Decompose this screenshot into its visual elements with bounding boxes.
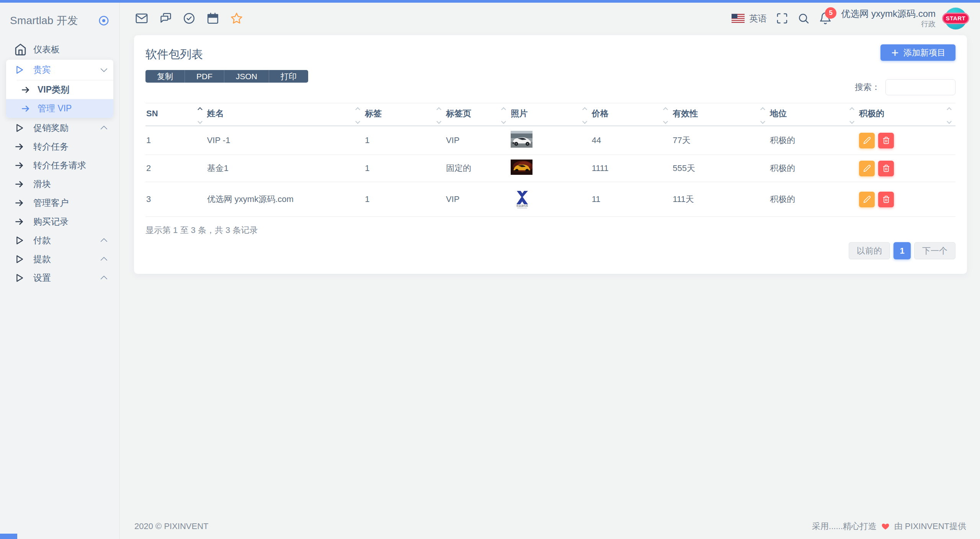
column-header-status[interactable]: 地位 bbox=[769, 103, 858, 126]
copy-button[interactable]: 复制 bbox=[145, 70, 185, 83]
cell-sn: 1 bbox=[145, 126, 206, 155]
cell-tag: 1 bbox=[364, 182, 445, 217]
maximize-icon[interactable] bbox=[776, 12, 788, 24]
notifications-bell[interactable]: 5 bbox=[819, 12, 832, 25]
json-button[interactable]: JSON bbox=[224, 70, 269, 83]
play-icon bbox=[14, 235, 33, 246]
sidebar-item-manage-customers[interactable]: 管理客户 bbox=[6, 194, 113, 212]
delete-button[interactable] bbox=[878, 192, 894, 207]
cell-price: 1111 bbox=[591, 155, 672, 182]
home-icon bbox=[14, 43, 33, 56]
pdf-button[interactable]: PDF bbox=[185, 70, 224, 83]
sidebar-item-dashboard[interactable]: 仪表板 bbox=[6, 40, 113, 59]
table-row: 3 优选网 yxymk源码.com 1 VIP 优选源码库 11 111天 积极… bbox=[145, 182, 956, 217]
sidebar-item-manage-vip[interactable]: 管理 VIP bbox=[6, 99, 113, 118]
sort-icons bbox=[198, 108, 202, 123]
column-header-validity[interactable]: 有效性 bbox=[672, 103, 769, 126]
search-icon[interactable] bbox=[797, 12, 810, 24]
provided-by-text: 由 PIXINVENT提供 bbox=[894, 521, 966, 532]
sidebar-item-label: 仪表板 bbox=[33, 44, 109, 55]
column-header-sn[interactable]: SN bbox=[145, 103, 206, 126]
column-header-actions[interactable]: 积极的 bbox=[858, 103, 956, 126]
language-switcher[interactable]: 英语 bbox=[732, 13, 767, 24]
column-header-photo[interactable]: 照片 bbox=[510, 103, 591, 126]
print-button[interactable]: 打印 bbox=[269, 70, 308, 83]
arrow-right-icon bbox=[21, 85, 38, 95]
arrow-right-icon bbox=[14, 198, 33, 208]
chevron-up-icon bbox=[100, 125, 107, 132]
sidebar-item-label: 管理 VIP bbox=[38, 103, 109, 114]
chevron-up-icon bbox=[100, 275, 107, 282]
edit-button[interactable] bbox=[859, 192, 875, 207]
sort-icons bbox=[664, 108, 667, 123]
play-icon bbox=[14, 123, 33, 133]
delete-button[interactable] bbox=[878, 133, 894, 148]
cell-status: 积极的 bbox=[769, 126, 858, 155]
sidebar-item-purchase-records[interactable]: 购买记录 bbox=[6, 212, 113, 231]
sort-icons bbox=[502, 108, 505, 123]
check-circle-icon[interactable] bbox=[183, 12, 196, 25]
search-input[interactable] bbox=[885, 79, 956, 95]
calendar-icon[interactable] bbox=[206, 12, 219, 25]
search-label: 搜索： bbox=[855, 81, 880, 93]
disc-icon[interactable] bbox=[98, 15, 109, 26]
page-content: 软件包列表 复制 PDF JSON 打印 添加新项目 搜索： bbox=[120, 34, 980, 274]
sidebar-item-referral-task-requests[interactable]: 转介任务请求 bbox=[6, 156, 113, 175]
column-header-name[interactable]: 姓名 bbox=[206, 103, 364, 126]
sidebar-item-referral-tasks[interactable]: 转介任务 bbox=[6, 137, 113, 156]
sidebar-item-label: VIP类别 bbox=[38, 84, 109, 96]
mail-icon[interactable] bbox=[135, 12, 148, 25]
page-title: 软件包列表 bbox=[145, 47, 308, 62]
footer-credit: 采用......精心打造 由 PIXINVENT提供 bbox=[812, 521, 966, 532]
arrow-right-icon bbox=[14, 179, 33, 189]
sidebar-item-vip-category[interactable]: VIP类别 bbox=[6, 80, 113, 99]
cell-tab: 固定的 bbox=[445, 155, 510, 182]
svg-text:优选源码库: 优选源码库 bbox=[516, 204, 528, 207]
play-icon bbox=[14, 273, 33, 283]
sidebar-item-slider[interactable]: 滑块 bbox=[6, 175, 113, 194]
language-label: 英语 bbox=[749, 13, 767, 24]
main-column: 英语 5 优选网 yxymk源码.com 行政 START bbox=[120, 0, 980, 539]
add-new-item-button[interactable]: 添加新项目 bbox=[880, 44, 956, 61]
cell-tag: 1 bbox=[364, 155, 445, 182]
cell-photo bbox=[510, 126, 591, 155]
yellow-car-photo bbox=[511, 160, 532, 175]
user-menu[interactable]: 优选网 yxymk源码.com 行政 bbox=[841, 8, 936, 29]
page-1-button[interactable]: 1 bbox=[893, 242, 911, 259]
avatar[interactable]: START bbox=[945, 8, 967, 29]
export-button-group: 复制 PDF JSON 打印 bbox=[145, 70, 308, 83]
previous-page-button[interactable]: 以前的 bbox=[849, 242, 890, 259]
column-header-tag[interactable]: 标签 bbox=[364, 103, 445, 126]
cell-validity: 111天 bbox=[672, 182, 769, 217]
header-right: 英语 5 优选网 yxymk源码.com 行政 START bbox=[732, 8, 967, 29]
next-page-button[interactable]: 下一个 bbox=[914, 242, 956, 259]
cell-sn: 3 bbox=[145, 182, 206, 217]
cell-name: 基金1 bbox=[206, 155, 364, 182]
column-header-price[interactable]: 价格 bbox=[591, 103, 672, 126]
sidebar-item-withdrawals[interactable]: 提款 bbox=[6, 250, 113, 269]
sidebar-item-label: 付款 bbox=[33, 234, 101, 246]
cell-price: 11 bbox=[591, 182, 672, 217]
package-list-card: 软件包列表 复制 PDF JSON 打印 添加新项目 搜索： bbox=[134, 35, 967, 274]
white-car-photo bbox=[511, 131, 532, 148]
sort-icons bbox=[947, 108, 951, 123]
delete-button[interactable] bbox=[878, 161, 894, 176]
sidebar-item-payments[interactable]: 付款 bbox=[6, 231, 113, 250]
column-header-tab[interactable]: 标签页 bbox=[445, 103, 510, 126]
star-icon[interactable] bbox=[230, 12, 243, 25]
pencil-icon bbox=[863, 137, 871, 144]
edit-button[interactable] bbox=[859, 161, 875, 176]
cell-tab: VIP bbox=[445, 126, 510, 155]
cell-price: 44 bbox=[591, 126, 672, 155]
sidebar-item-vip[interactable]: 贵宾 bbox=[6, 60, 113, 80]
page-footer: 2020 © PIXINVENT 采用......精心打造 由 PIXINVEN… bbox=[120, 521, 980, 539]
sidebar-item-promo-rewards[interactable]: 促销奖励 bbox=[6, 119, 113, 137]
arrow-right-icon bbox=[14, 217, 33, 227]
card-toolbar-left: 软件包列表 复制 PDF JSON 打印 bbox=[145, 44, 308, 95]
top-accent-bar bbox=[0, 0, 980, 3]
edit-button[interactable] bbox=[859, 133, 875, 148]
sidebar-item-settings[interactable]: 设置 bbox=[6, 269, 113, 287]
chats-icon[interactable] bbox=[159, 12, 172, 25]
arrow-right-icon bbox=[21, 104, 38, 114]
packages-table: SN 姓名 标签 标签页 照片 价格 有效性 地位 积极的 1 VIP -1 bbox=[145, 103, 956, 217]
